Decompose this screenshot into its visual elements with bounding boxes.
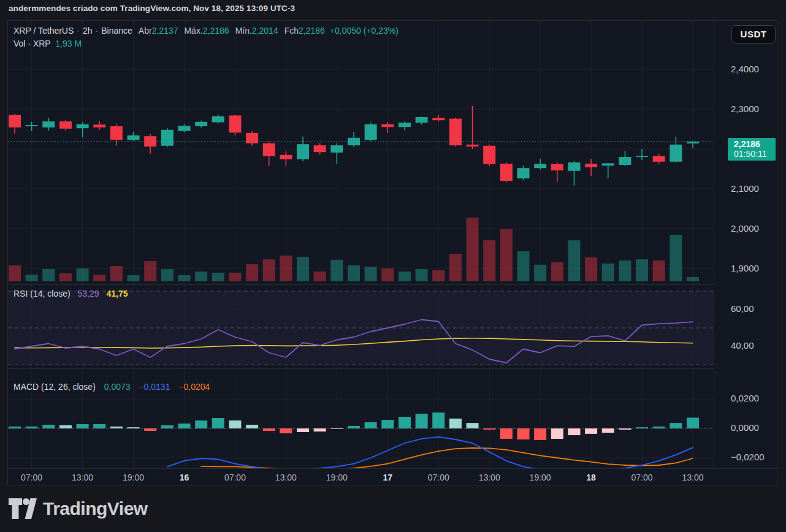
symbol-title[interactable]: XRP / TetherUS bbox=[13, 26, 74, 36]
rsi-value: 53,29 bbox=[77, 289, 99, 298]
last-price-badge: 2,2186 01:50:11 bbox=[728, 138, 776, 161]
axis-label: 0,0000 bbox=[731, 422, 759, 433]
time-axis-label: 19:00 bbox=[115, 473, 152, 482]
time-axis-label: 13:00 bbox=[674, 473, 711, 482]
low-value: 2,2014 bbox=[252, 26, 278, 36]
symbol-legend: XRP / TetherUS·2h·BinanceAbr2,2137Máx.2,… bbox=[13, 26, 399, 36]
time-axis-label: 13:00 bbox=[471, 473, 508, 482]
high-value: 2,2186 bbox=[203, 26, 229, 36]
macd-line-value: −0,0131 bbox=[139, 382, 170, 392]
volume-value: 1,93 M bbox=[55, 39, 82, 48]
tradingview-logo-text[interactable]: TradingView bbox=[43, 498, 148, 519]
interval-label[interactable]: 2h bbox=[83, 26, 93, 36]
time-axis[interactable]: 07:0013:0019:001607:0013:0019:001707:001… bbox=[8, 468, 778, 486]
axis-label: 40,00 bbox=[731, 340, 754, 351]
rsi-pane[interactable]: RSI (14, close) 53,29 41,75 bbox=[8, 284, 714, 368]
time-axis-label: 07:00 bbox=[216, 473, 253, 482]
time-axis-label: 19:00 bbox=[318, 473, 355, 482]
price-pane[interactable]: XRP / TetherUS·2h·BinanceAbr2,2137Máx.2,… bbox=[8, 21, 714, 284]
rsi-title[interactable]: RSI (14, close) bbox=[13, 289, 71, 298]
time-axis-label: 19:00 bbox=[522, 473, 559, 482]
last-price-value: 2,2186 bbox=[734, 139, 776, 149]
macd-title[interactable]: MACD (12, 26, close) bbox=[13, 382, 96, 392]
volume-label: Vol · XRP bbox=[13, 39, 50, 48]
chart-frame: XRP / TetherUS·2h·BinanceAbr2,2137Máx.2,… bbox=[7, 20, 777, 485]
bar-countdown: 01:50:11 bbox=[734, 149, 776, 159]
exchange-label: Binance bbox=[101, 26, 132, 36]
macd-hist-value: 0,0073 bbox=[104, 382, 131, 392]
volume-legend: Vol · XRP 1,93 M bbox=[13, 39, 82, 48]
legend-separator: · bbox=[96, 26, 99, 36]
axis-label: 0,0200 bbox=[731, 393, 759, 403]
price-axis[interactable]: USDT 2,2186 01:50:11 2,40002,30002,10002… bbox=[714, 21, 777, 468]
axis-label: 2,4000 bbox=[731, 64, 759, 74]
time-axis-label: 13:00 bbox=[267, 473, 304, 482]
macd-pane[interactable]: MACD (12, 26, close) 0,0073 −0,0131 −0,0… bbox=[8, 368, 714, 468]
time-axis-label: 17 bbox=[369, 473, 406, 482]
axis-label: 2,0000 bbox=[731, 223, 759, 234]
rsi-legend: RSI (14, close) 53,29 41,75 bbox=[13, 289, 128, 298]
low-label: Mín. bbox=[235, 26, 252, 36]
axis-label: 60,00 bbox=[731, 303, 754, 314]
macd-legend: MACD (12, 26, close) 0,0073 −0,0131 −0,0… bbox=[13, 382, 210, 392]
time-axis-label: 18 bbox=[573, 473, 609, 482]
rsi-ma-value: 41,75 bbox=[106, 289, 128, 298]
price-chart-canvas[interactable] bbox=[8, 21, 714, 284]
high-label: Máx. bbox=[184, 26, 202, 36]
time-axis-label: 07:00 bbox=[13, 473, 50, 482]
open-label: Abr bbox=[139, 26, 152, 36]
axis-label: 2,1000 bbox=[731, 183, 759, 194]
time-axis-label: 07:00 bbox=[420, 473, 457, 482]
close-value: 2,2186 bbox=[299, 26, 325, 36]
open-value: 2,2137 bbox=[152, 26, 178, 36]
time-axis-label: 16 bbox=[166, 473, 203, 482]
currency-toggle-button[interactable]: USDT bbox=[731, 25, 776, 44]
axis-label: 2,3000 bbox=[731, 104, 759, 114]
attribution-text: andermmendes criado com TradingView.com,… bbox=[9, 4, 295, 13]
tradingview-screenshot: andermmendes criado com TradingView.com,… bbox=[0, 0, 786, 532]
axis-label: 1,9000 bbox=[731, 263, 759, 273]
time-axis-label: 07:00 bbox=[624, 473, 660, 482]
footer: TradingView bbox=[0, 485, 786, 532]
tradingview-logo-icon[interactable] bbox=[9, 498, 37, 520]
close-label: Fch bbox=[284, 26, 299, 36]
legend-separator: · bbox=[77, 26, 80, 36]
axis-label: −0,0200 bbox=[731, 452, 765, 462]
time-axis-label: 13:00 bbox=[64, 473, 101, 482]
change-value: +0,0050 (+0,23%) bbox=[330, 26, 399, 36]
macd-signal-value: −0,0204 bbox=[178, 382, 210, 392]
